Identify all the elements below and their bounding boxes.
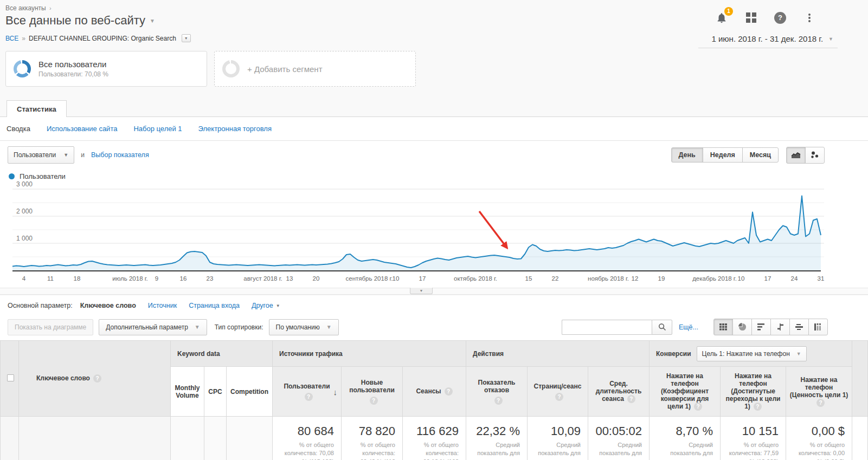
help-bubble-icon[interactable]: ? (555, 393, 563, 401)
motion-chart-button[interactable] (805, 147, 825, 164)
kebab-menu-icon (808, 12, 811, 23)
line-chart-button[interactable] (786, 147, 806, 164)
x-tick-label: 4 (22, 275, 26, 282)
col-new-users[interactable]: Новые пользователи? (342, 367, 403, 417)
date-range-selector[interactable]: 1 июн. 2018 г. - 31 дек. 2018 г. ▼ (698, 32, 838, 48)
view-comparison-button[interactable] (770, 319, 790, 335)
chevron-down-icon: ▼ (150, 18, 155, 24)
breadcrumb-all-accounts[interactable]: Все аккаунты (5, 4, 46, 12)
col-bounce-rate[interactable]: Показатель отказов? (466, 367, 528, 417)
filter-dropdown-button[interactable]: ▼ (182, 34, 191, 42)
group-conversions: Конверсии Цель 1: Нажатие на телефон ▼ (650, 341, 852, 367)
series-area (12, 196, 821, 271)
keyword-column-header[interactable]: Ключевое слово? (19, 341, 171, 417)
analytics-page: Все аккаунты › Все данные по веб-сайту ▼… (0, 0, 868, 460)
subnav-goal-set-1[interactable]: Набор целей 1 (133, 125, 182, 133)
group-behavior: Действия (466, 341, 650, 367)
legend-dot-icon (9, 173, 15, 179)
help-bubble-icon[interactable]: ? (93, 374, 101, 383)
notification-badge: 1 (724, 7, 733, 16)
granularity-month-button[interactable]: Месяц (742, 147, 779, 163)
help-bubble-icon[interactable]: ? (445, 387, 453, 396)
col-goal-conversion-rate[interactable]: Нажатие на телефон (Коэффициент конверси… (650, 367, 721, 417)
col-competition[interactable]: Competition (227, 367, 273, 417)
col-avg-session-duration[interactable]: Сред. длительность сеанса? (588, 367, 650, 417)
plot-rows-button[interactable]: Показать на диаграмме (8, 319, 93, 335)
segment-card-all-users[interactable]: Все пользователи Пользователи: 70,08 % (5, 51, 207, 87)
data-grid-icon (719, 323, 728, 331)
x-tick-label: август 2018 г. (243, 275, 282, 282)
col-sessions[interactable]: Сеансы? (403, 367, 466, 417)
view-term-cloud-button[interactable] (789, 319, 809, 335)
subnav-site-usage[interactable]: Использование сайта (47, 125, 118, 133)
pivot-icon (814, 323, 822, 331)
metric-selector[interactable]: Пользователи ▼ (8, 146, 74, 164)
help-button[interactable]: ? (773, 11, 787, 25)
secondary-dimension-button[interactable]: Дополнительный параметр ▼ (99, 319, 207, 335)
help-bubble-icon[interactable]: ? (494, 397, 503, 405)
table-toolbar: Показать на диаграмме Дополнительный пар… (0, 315, 868, 340)
col-users[interactable]: Пользователи? ↓ (273, 367, 342, 417)
comparison-icon (776, 323, 785, 331)
help-bubble-icon[interactable]: ? (305, 393, 313, 401)
help-bubble-icon[interactable]: ? (816, 399, 825, 407)
granularity-week-button[interactable]: Неделя (703, 147, 743, 163)
search-input[interactable] (562, 320, 652, 335)
chart-canvas[interactable]: 1 0002 0003 00041118июль 2018 г.91623авг… (0, 182, 868, 288)
legend-label: Пользователи (20, 172, 66, 180)
add-segment-card[interactable]: + Добавить сегмент (214, 51, 416, 87)
annotations-strip: ▼ (0, 288, 868, 295)
view-percentage-button[interactable] (732, 319, 752, 335)
help-bubble-icon[interactable]: ? (370, 397, 378, 405)
select-all-checkbox[interactable] (7, 374, 14, 381)
notifications-button[interactable]: 1 (715, 11, 729, 25)
chevron-down-icon: ▼ (796, 351, 801, 357)
table-view-switcher (713, 319, 828, 335)
pie-chart-icon (738, 323, 747, 331)
dimension-keyword[interactable]: Ключевое слово (80, 302, 136, 309)
y-tick-label: 1 000 (16, 235, 33, 242)
tab-statistics[interactable]: Статистика (7, 100, 67, 117)
chevron-down-icon: ▼ (195, 324, 200, 330)
sort-type-button[interactable]: По умолчанию ▼ (269, 319, 339, 335)
segment-title: Все пользователи (38, 60, 108, 69)
view-pivot-button[interactable] (808, 319, 828, 335)
view-performance-button[interactable] (751, 319, 771, 335)
dimension-landing-page[interactable]: Страница входа (189, 302, 240, 309)
apps-button[interactable] (744, 11, 758, 25)
view-data-grid-button[interactable] (713, 319, 733, 335)
select-metric-link[interactable]: Выбор показателя (91, 151, 149, 159)
group-acquisition: Источники трафика (273, 341, 466, 367)
col-goal-completions[interactable]: Нажатие на телефон (Достигнутые переходы… (721, 367, 786, 417)
x-tick-label: 23 (207, 275, 214, 282)
advanced-search-link[interactable]: Ещё... (679, 323, 698, 331)
more-menu-button[interactable] (802, 11, 816, 25)
goal-selector[interactable]: Цель 1: Нажатие на телефон ▼ (697, 346, 807, 361)
breadcrumb[interactable]: Все аккаунты › (5, 4, 155, 12)
x-tick-label: июль 2018 г. (112, 275, 147, 282)
col-pages-per-session[interactable]: Страниц/сеанс? (528, 367, 588, 417)
property-title-row[interactable]: Все данные по веб-сайту ▼ (5, 14, 155, 28)
granularity-switcher: День Неделя Месяц (671, 147, 779, 163)
total-new-users: 78 820% от общего количества: 69,42 % (1… (342, 417, 403, 460)
chart-legend: Пользователи (0, 167, 868, 182)
x-tick-label: 10 (738, 275, 745, 282)
dimension-other[interactable]: Другое ▼ (252, 302, 280, 309)
help-bubble-icon[interactable]: ? (754, 403, 762, 411)
top-header: Все аккаунты › Все данные по веб-сайту ▼… (0, 0, 868, 30)
help-icon: ? (774, 12, 786, 24)
col-cpc[interactable]: CPC (204, 367, 227, 417)
segment-all-link[interactable]: ВСЕ (5, 35, 18, 42)
col-goal-value[interactable]: Нажатие на телефон (Ценность цели 1)? (786, 367, 852, 417)
annotations-expander[interactable]: ▼ (410, 288, 433, 294)
dimension-source[interactable]: Источник (148, 302, 177, 309)
subnav-summary[interactable]: Сводка (7, 125, 30, 133)
help-bubble-icon[interactable]: ? (627, 395, 635, 403)
search-button[interactable] (652, 320, 672, 335)
help-bubble-icon[interactable]: ? (694, 403, 702, 411)
granularity-day-button[interactable]: День (671, 147, 703, 163)
col-monthly-volume[interactable]: Monthly Volume (171, 367, 204, 417)
subnav-ecommerce[interactable]: Электронная торговля (198, 125, 272, 133)
chevron-down-icon: ▼ (276, 303, 280, 308)
page-title: Все данные по веб-сайту (5, 14, 145, 28)
